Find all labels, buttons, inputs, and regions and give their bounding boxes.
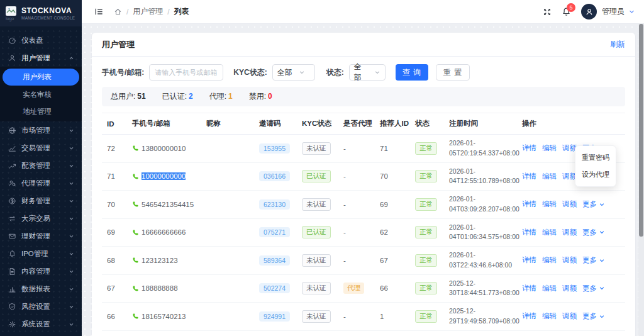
line-chart-icon xyxy=(8,143,16,152)
content-area: 用户管理 刷新 手机号/邮箱: KYC状态: 全部 状态: 全部 xyxy=(82,24,644,336)
edit-link[interactable]: 编辑 xyxy=(542,255,557,265)
brand-subtitle: MANAGEMENT CONSOLE xyxy=(21,16,75,20)
more-link[interactable]: 更多 xyxy=(582,228,605,237)
detail-link[interactable]: 详情 xyxy=(522,311,536,321)
detail-link[interactable]: 详情 xyxy=(522,143,536,153)
menu-item-reset-password[interactable]: 重置密码 xyxy=(575,149,616,166)
table-header-row: ID手机号/邮箱昵称邀请码KYC状态是否代理推荐人ID状态注册时间操作 xyxy=(102,113,625,135)
detail-link[interactable]: 详情 xyxy=(522,255,536,265)
table-row: 7213800000010153955未认证-71正常2026-01-05T20… xyxy=(102,135,625,163)
topbar: / 用户管理 / 列表 5 管理员 xyxy=(82,0,644,24)
edit-link[interactable]: 编辑 xyxy=(542,228,557,237)
column-header: 注册时间 xyxy=(449,113,522,135)
adjust-quota-link[interactable]: 调额 xyxy=(562,199,577,209)
cell-nickname xyxy=(206,135,259,163)
cell-referrer-id: 62 xyxy=(380,218,415,247)
column-header: 状态 xyxy=(415,113,449,135)
chevron-down-icon xyxy=(599,313,605,320)
main-area: / 用户管理 / 列表 5 管理员 xyxy=(82,0,644,336)
kyc-select-value: 全部 xyxy=(277,67,292,78)
sidebar-subitem-user-list[interactable]: 用户列表 xyxy=(3,69,79,86)
sidebar-item-label: 财务管理 xyxy=(21,196,50,206)
detail-link[interactable]: 详情 xyxy=(522,172,536,181)
kyc-status-badge: 未认证 xyxy=(302,282,331,294)
sidebar-item-block-trade[interactable]: 大宗交易 xyxy=(0,210,82,227)
fullscreen-icon[interactable] xyxy=(543,8,552,16)
cell-phone: 188888888 xyxy=(132,284,204,292)
sidebar-subitem-kyc-review[interactable]: 实名审核 xyxy=(0,86,82,103)
sidebar-item-users[interactable]: 用户管理 xyxy=(0,49,82,67)
cell-id: 68 xyxy=(102,247,132,275)
sidebar-item-agents[interactable]: 代理管理 xyxy=(0,174,82,192)
invite-code-badge: 623130 xyxy=(259,199,290,210)
avatar[interactable] xyxy=(581,4,597,20)
notification-count-badge: 5 xyxy=(567,3,575,12)
collapse-sidebar-icon[interactable] xyxy=(94,7,104,16)
person-icon xyxy=(585,8,594,16)
sidebar-item-finance[interactable]: 财务管理 xyxy=(0,192,82,210)
more-link[interactable]: 更多 xyxy=(582,311,605,321)
home-icon[interactable] xyxy=(114,8,122,16)
sidebar-item-reports[interactable]: 数据报表 xyxy=(0,280,82,298)
detail-link[interactable]: 详情 xyxy=(522,284,536,293)
sidebar-item-wealth[interactable]: 理财管理 xyxy=(0,227,82,245)
cell-nickname xyxy=(206,162,259,191)
edit-link[interactable]: 编辑 xyxy=(542,311,557,321)
adjust-quota-link[interactable]: 调额 xyxy=(562,284,577,293)
detail-link[interactable]: 详情 xyxy=(522,228,536,237)
cell-nickname xyxy=(206,274,259,303)
breadcrumb-item-list: 列表 xyxy=(174,6,189,17)
bell-small-icon xyxy=(8,249,16,258)
detail-link[interactable]: 详情 xyxy=(522,199,536,209)
cell-is-agent: - xyxy=(343,330,380,336)
sidebar-item-label: 用户管理 xyxy=(21,53,50,63)
phone-search-input[interactable] xyxy=(149,64,223,81)
sidebar-item-funding[interactable]: 配资管理 xyxy=(0,157,82,174)
reset-button[interactable]: 重 置 xyxy=(436,64,470,81)
user-management-card: 用户管理 刷新 手机号/邮箱: KYC状态: 全部 状态: 全部 xyxy=(92,33,635,336)
breadcrumb-item-users[interactable]: 用户管理 xyxy=(133,6,163,17)
sidebar-item-label: 代理管理 xyxy=(21,179,50,188)
sidebar-item-ipo[interactable]: IPO管理 xyxy=(0,245,82,262)
cell-reg-time: 2026-01-04T01:06:34.575+08:00 xyxy=(449,223,519,243)
column-header: 操作 xyxy=(522,113,625,135)
app-root: logo STOCKNOVA MANAGEMENT CONSOLE 仪表盘用户管… xyxy=(0,0,644,336)
sidebar-item-risk[interactable]: 风控设置 xyxy=(0,298,82,315)
edit-link[interactable]: 编辑 xyxy=(542,172,557,181)
notifications-bell[interactable]: 5 xyxy=(562,7,571,16)
page-scrollbar-thumb[interactable] xyxy=(639,24,643,237)
cell-nickname xyxy=(206,191,259,219)
phone-filter-label: 手机号/邮箱: xyxy=(102,67,144,78)
chevron-down-icon xyxy=(599,257,605,264)
status-select[interactable]: 全部 xyxy=(349,64,386,81)
sidebar-item-dashboard[interactable]: 仪表盘 xyxy=(0,31,82,49)
sidebar-item-market[interactable]: 市场管理 xyxy=(0,121,82,139)
sidebar-item-label: 理财管理 xyxy=(21,232,50,241)
more-link[interactable]: 更多 xyxy=(582,284,605,293)
edit-link[interactable]: 编辑 xyxy=(542,143,557,153)
chevron-down-icon xyxy=(69,128,74,133)
cell-id: 70 xyxy=(102,191,132,219)
search-button[interactable]: 查 询 xyxy=(396,64,428,81)
kyc-status-select[interactable]: 全部 xyxy=(272,64,315,81)
cell-referrer-id: 70 xyxy=(380,162,415,191)
phone-icon xyxy=(132,173,139,180)
more-link[interactable]: 更多 xyxy=(582,255,605,265)
adjust-quota-link[interactable]: 调额 xyxy=(562,228,577,237)
sidebar-item-content[interactable]: 内容管理 xyxy=(0,262,82,280)
chevron-down-icon xyxy=(69,251,74,257)
table-row: 6916666666666075271已认证-62正常2026-01-04T01… xyxy=(102,218,625,247)
adjust-quota-link[interactable]: 调额 xyxy=(562,311,577,321)
edit-link[interactable]: 编辑 xyxy=(542,199,557,209)
user-menu-chevron-down-icon[interactable] xyxy=(628,8,635,15)
more-link[interactable]: 更多 xyxy=(582,199,605,209)
sidebar-item-trade[interactable]: 交易管理 xyxy=(0,139,82,157)
menu-item-set-agent[interactable]: 设为代理 xyxy=(575,166,616,183)
sidebar-item-system[interactable]: 系统设置 xyxy=(0,315,82,333)
sidebar-subitem-address-mgmt[interactable]: 地址管理 xyxy=(0,103,82,120)
adjust-quota-link[interactable]: 调额 xyxy=(562,255,577,265)
document-icon xyxy=(8,267,16,276)
sidebar-item-label: 内容管理 xyxy=(21,267,50,276)
edit-link[interactable]: 编辑 xyxy=(542,284,557,293)
refresh-button[interactable]: 刷新 xyxy=(610,39,625,50)
